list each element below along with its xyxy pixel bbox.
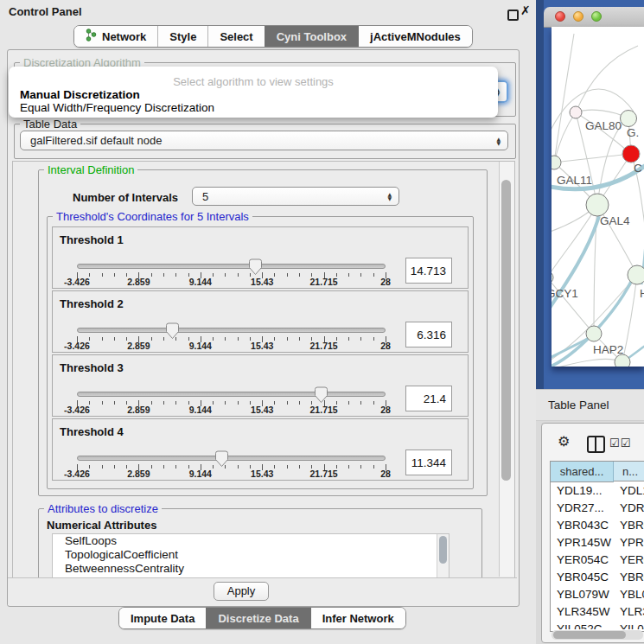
- thresholds-group-title: Threshold's Coordinates for 5 Intervals: [53, 210, 252, 223]
- network-graph: GAL80 G. C GAL11 GAL4 GCY1 H HAP2: [552, 27, 644, 367]
- cell-name: YBL0: [620, 588, 644, 601]
- node-gal80[interactable]: [570, 106, 582, 118]
- node-gcy1[interactable]: [552, 271, 553, 284]
- float-window-icon[interactable]: [507, 10, 519, 21]
- node-gal11[interactable]: [552, 156, 561, 169]
- threshold-label: Threshold 4: [60, 425, 124, 438]
- tab-select[interactable]: Select: [207, 26, 264, 47]
- slider-tick-label: 15.43: [236, 277, 288, 287]
- threshold-value-field[interactable]: 14.713: [405, 258, 452, 284]
- network-nodes[interactable]: [552, 106, 644, 367]
- threshold-value-field[interactable]: 6.316: [405, 322, 452, 348]
- label-h: H: [640, 287, 644, 300]
- menu-item-equal-width-frequency[interactable]: Equal Width/Frequency Discretization: [20, 101, 214, 114]
- cell-name: YDR2: [620, 501, 644, 514]
- slider-thumb[interactable]: [214, 450, 229, 468]
- table-row[interactable]: YER054CYER0: [551, 552, 644, 569]
- algorithm-dropdown-popup: Select algorithm to view settings Manual…: [9, 67, 498, 118]
- node-partial[interactable]: [615, 354, 630, 367]
- cell-shared-name: YBL079W: [557, 588, 609, 601]
- slider-track[interactable]: [77, 392, 386, 397]
- table-hscrollbar-thumb[interactable]: [553, 631, 626, 639]
- attribute-list-item[interactable]: SelfLoops: [53, 534, 449, 548]
- menu-item-manual-discretization[interactable]: Manual Discretization: [20, 88, 140, 101]
- tab-impute-data[interactable]: Impute Data: [119, 608, 206, 628]
- cell-name: YER0: [620, 553, 644, 566]
- slider-tick-label: 2.859: [112, 341, 164, 351]
- apply-button[interactable]: Apply: [214, 582, 269, 601]
- checkboxes-icon[interactable]: ☑☑: [609, 437, 631, 450]
- tab-cyni-toolbox[interactable]: Cyni Toolbox: [265, 26, 358, 47]
- attribute-list-item[interactable]: BetweennessCentrality: [53, 562, 449, 576]
- tab-discretize-data[interactable]: Discretize Data: [206, 608, 309, 628]
- table-data-selected-value: galFiltered.sif default node: [30, 134, 162, 147]
- columns-icon[interactable]: [587, 436, 605, 453]
- table-rows: YDL19...YDL1YDR27...YDR2YBR043CYBR0YPR14…: [551, 482, 644, 629]
- network-window-left-edge: [536, 0, 544, 389]
- gear-icon[interactable]: ⚙: [558, 433, 570, 450]
- close-icon[interactable]: ✗: [520, 3, 531, 17]
- node-red-selected[interactable]: [622, 145, 640, 163]
- table-data-select[interactable]: galFiltered.sif default node ▲▼: [20, 131, 508, 150]
- zoom-traffic-light[interactable]: [591, 11, 602, 22]
- cell-shared-name: YDL19...: [557, 484, 603, 497]
- network-window-titlebar[interactable]: [544, 7, 644, 28]
- node-table[interactable]: shared... n... YDL19...YDL1YDR27...YDR2Y…: [550, 461, 644, 632]
- slider-thumb[interactable]: [248, 258, 263, 276]
- threshold-value-field[interactable]: 21.4: [405, 386, 452, 411]
- table-row[interactable]: YPR145WYPR1: [551, 534, 644, 552]
- main-scrollbar-thumb[interactable]: [501, 180, 511, 481]
- network-view-canvas[interactable]: GAL80 G. C GAL11 GAL4 GCY1 H HAP2: [552, 27, 644, 367]
- table-row[interactable]: YLR345WYLR3: [551, 603, 644, 621]
- slider-track[interactable]: [77, 264, 386, 269]
- cell-shared-name: YBR045C: [557, 571, 609, 583]
- cell-shared-name: YLR345W: [557, 605, 610, 618]
- slider-tick-label: 9.144: [175, 341, 226, 351]
- slider-thumb[interactable]: [165, 322, 180, 340]
- threshold-value-field[interactable]: 11.344: [405, 450, 452, 475]
- table-row[interactable]: YIL052CYIL0: [551, 621, 644, 629]
- table-hscrollbar-track[interactable]: [552, 630, 643, 640]
- tab-impute-data-label: Impute Data: [131, 612, 194, 625]
- close-traffic-light[interactable]: [555, 11, 565, 22]
- slider-track[interactable]: [77, 456, 386, 461]
- minimize-traffic-light[interactable]: [573, 11, 583, 22]
- attributes-group-title: Attributes to discretize: [44, 502, 162, 515]
- table-row[interactable]: YBL079WYBL0: [551, 586, 644, 603]
- label-gcy1: GCY1: [552, 287, 578, 300]
- combo-arrows-icon: ▲▼: [387, 192, 392, 201]
- slider-tick-label: 28: [360, 405, 411, 415]
- numerical-attributes-list[interactable]: SelfLoopsTopologicalCoefficientBetweenne…: [52, 533, 450, 579]
- tab-style[interactable]: Style: [157, 26, 207, 47]
- table-row[interactable]: YBR043CYBR0: [551, 517, 644, 534]
- table-row[interactable]: YDL19...YDL1: [551, 482, 644, 500]
- tab-infer-network[interactable]: Infer Network: [310, 608, 405, 628]
- slider-thumb[interactable]: [314, 386, 328, 404]
- threshold-box-2: Threshold 2-3.4262.8599.14415.4321.71528…: [52, 290, 469, 353]
- numerical-attributes-heading: Numerical Attributes: [47, 519, 156, 532]
- table-row[interactable]: YDR27...YDR2: [551, 500, 644, 517]
- cell-shared-name: YER054C: [557, 553, 609, 566]
- list-scrollbar-track[interactable]: [437, 534, 449, 578]
- node-h[interactable]: [628, 265, 644, 284]
- node-gal4[interactable]: [586, 194, 609, 216]
- column-header-shared-name[interactable]: shared...: [551, 462, 614, 482]
- slider-tick-label: -3.426: [51, 341, 103, 351]
- window-title: Control Panel: [9, 5, 82, 18]
- tab-network[interactable]: Network: [74, 26, 157, 47]
- list-scrollbar-thumb[interactable]: [439, 536, 447, 564]
- attribute-list-item[interactable]: TopologicalCoefficient: [53, 548, 449, 562]
- number-of-intervals-select[interactable]: 5 ▲▼: [192, 187, 399, 206]
- table-row[interactable]: YBR045CYBR0: [551, 569, 644, 586]
- threshold-box-4: Threshold 4-3.4262.8599.14415.4321.71528…: [52, 418, 469, 481]
- number-of-intervals-label: Number of Intervals: [73, 191, 178, 204]
- slider-track[interactable]: [77, 328, 386, 333]
- number-of-intervals-value: 5: [202, 190, 208, 203]
- node-g[interactable]: [621, 111, 637, 127]
- node-hap2[interactable]: [586, 326, 602, 341]
- column-header-name[interactable]: n...: [614, 462, 644, 481]
- tab-jactivemnodules[interactable]: jActiveMNodules: [358, 26, 472, 47]
- slider-tick-label: 21.715: [298, 405, 350, 415]
- threshold-box-1: Threshold 1-3.4262.8599.14415.4321.71528…: [52, 226, 469, 289]
- cell-name: YBR0: [620, 571, 644, 583]
